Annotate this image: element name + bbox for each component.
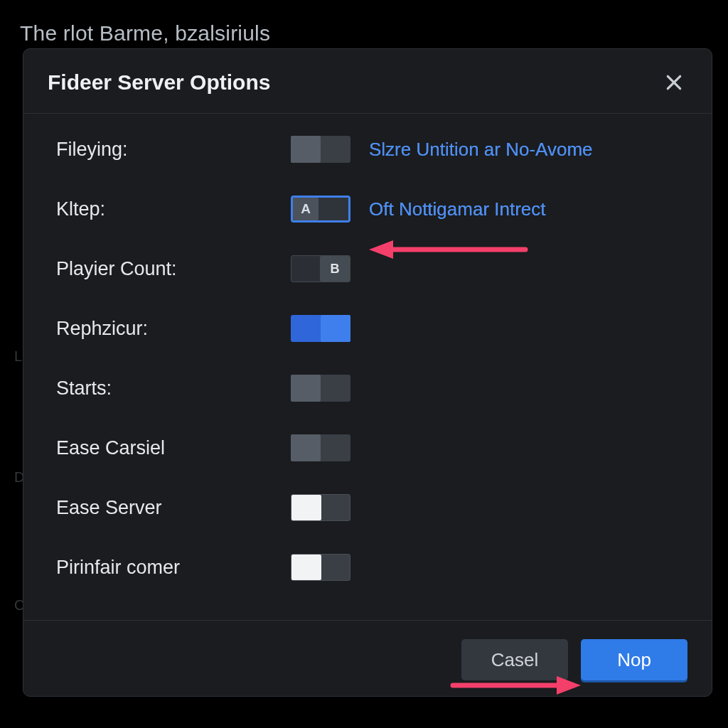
toggle-fileying[interactable]	[291, 136, 350, 163]
option-row-fileying: Fileying: Slzre Untition ar No-Avome	[56, 135, 705, 164]
option-row-kltep: Kltep: A Oft Nottigamar Intrect	[56, 195, 705, 223]
dialog-footer: Casel Nop	[23, 620, 712, 702]
toggle-rephzicur[interactable]	[291, 315, 350, 342]
server-options-dialog: Fideer Server Options Fileying: Slzre Un…	[23, 48, 712, 697]
close-icon	[665, 73, 683, 92]
option-label: Kltep:	[56, 198, 291, 220]
toggle-pirinfair[interactable]	[291, 554, 350, 581]
cancel-button[interactable]: Casel	[461, 639, 568, 680]
option-link[interactable]: Slzre Untition ar No-Avome	[369, 139, 705, 161]
option-row-rephzicur: Rephzicur:	[56, 314, 705, 343]
toggle-knob	[291, 555, 321, 580]
option-row-starts: Starts:	[56, 374, 705, 402]
option-label: Starts:	[56, 378, 291, 400]
option-label: Rephzicur:	[56, 318, 291, 340]
option-label: Pirinfair comer	[56, 557, 291, 579]
bg-hint: L	[14, 348, 22, 365]
toggle-knob	[291, 136, 321, 163]
toggle-kltep[interactable]: A	[291, 196, 350, 223]
toggle-knob	[291, 434, 321, 461]
option-label: Ease Server	[56, 497, 291, 519]
toggle-knob	[291, 495, 321, 520]
toggle-knob: B	[320, 256, 350, 282]
option-row-ease-carsiel: Ease Carsiel	[56, 434, 705, 462]
backdrop-title: The rlot Barme, bzalsiriuls	[20, 21, 270, 46]
option-link[interactable]: Oft Nottigamar Intrect	[369, 198, 705, 220]
dialog-title: Fideer Server Options	[48, 70, 270, 95]
dialog-header: Fideer Server Options	[23, 49, 712, 114]
toggle-ease-server[interactable]	[291, 494, 350, 521]
dialog-body: Fileying: Slzre Untition ar No-Avome Klt…	[23, 114, 712, 620]
toggle-player-count[interactable]: B	[291, 255, 350, 282]
option-row-player-count: Playier Count: B	[56, 255, 705, 283]
option-label: Playier Count:	[56, 258, 291, 280]
toggle-knob: A	[293, 198, 318, 220]
ok-button[interactable]: Nop	[581, 639, 687, 680]
toggle-starts[interactable]	[291, 375, 350, 402]
close-button[interactable]	[660, 69, 687, 96]
toggle-knob	[321, 315, 350, 342]
toggle-ease-carsiel[interactable]	[291, 434, 350, 461]
toggle-knob	[291, 375, 321, 402]
option-row-pirinfair: Pirinfair comer	[56, 553, 705, 582]
option-label: Ease Carsiel	[56, 437, 291, 459]
option-label: Fileying:	[56, 139, 291, 161]
option-row-ease-server: Ease Server	[56, 493, 705, 522]
